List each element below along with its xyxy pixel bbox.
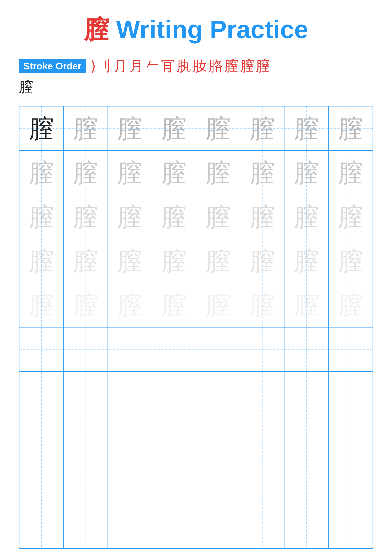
grid-cell[interactable] (108, 504, 152, 548)
grid-cell[interactable] (64, 504, 107, 548)
stroke-order-badge[interactable]: Stroke Order (19, 59, 86, 73)
grid-cell[interactable] (240, 460, 284, 504)
grid-cell: 膣 (328, 239, 373, 283)
grid-cell[interactable] (64, 372, 107, 416)
grid-cell[interactable] (196, 416, 240, 460)
grid-cell[interactable] (152, 460, 196, 504)
grid-cell[interactable] (328, 372, 373, 416)
grid-row-3: 膣 膣 膣 膣 膣 膣 膣 膣 (19, 195, 373, 239)
grid-cell[interactable] (240, 327, 284, 372)
grid-cell[interactable] (284, 504, 328, 548)
stroke-final: 膣 (19, 77, 373, 96)
grid-cell[interactable] (328, 504, 373, 548)
grid-row-7 (19, 372, 373, 416)
grid-cell[interactable] (152, 327, 196, 372)
grid-cell[interactable] (19, 460, 64, 504)
grid-cell: 膣 (64, 283, 107, 327)
grid-cell[interactable] (240, 372, 284, 416)
grid-cell: 膣 (19, 150, 64, 195)
grid-cell: 膣 (19, 283, 64, 327)
grid-cell[interactable] (152, 504, 196, 548)
grid-cell[interactable] (196, 372, 240, 416)
grid-cell: 膣 (64, 195, 107, 239)
grid-row-1: 膣 膣 膣 膣 膣 膣 膣 膣 (19, 106, 373, 150)
grid-cell: 膣 (108, 283, 152, 327)
grid-cell[interactable] (152, 372, 196, 416)
page: 膣 Writing Practice Stroke Order ⟩ 刂 ⺆ 月 … (0, 0, 392, 555)
grid-cell[interactable] (284, 327, 328, 372)
grid-cell[interactable] (64, 460, 107, 504)
title-char: 膣 (84, 15, 109, 44)
grid-cell[interactable] (64, 327, 107, 372)
grid-row-6 (19, 327, 373, 372)
grid-cell: 膣 (240, 239, 284, 283)
grid-cell: 膣 (284, 239, 328, 283)
grid-cell: 膣 (240, 106, 284, 150)
grid-cell[interactable] (284, 372, 328, 416)
grid-cell: 膣 (196, 195, 240, 239)
page-title: 膣 Writing Practice (19, 13, 373, 47)
grid-cell: 膣 (152, 106, 196, 150)
grid-cell: 膣 (328, 283, 373, 327)
writing-grid: 膣 膣 膣 膣 膣 膣 膣 膣 膣 膣 膣 膣 膣 膣 膣 膣 膣 膣 膣 膣 … (19, 106, 373, 549)
grid-cell: 膣 (284, 195, 328, 239)
grid-cell[interactable] (240, 416, 284, 460)
grid-cell[interactable] (196, 460, 240, 504)
grid-cell: 膣 (328, 106, 373, 150)
grid-cell: 膣 (328, 195, 373, 239)
grid-cell: 膣 (19, 195, 64, 239)
grid-cell: 膣 (196, 150, 240, 195)
grid-row-9 (19, 460, 373, 504)
grid-cell[interactable] (108, 327, 152, 372)
title-suffix: Writing Practice (109, 15, 308, 44)
grid-cell: 膣 (152, 150, 196, 195)
grid-cell[interactable] (108, 416, 152, 460)
grid-cell: 膣 (240, 150, 284, 195)
grid-cell[interactable] (196, 327, 240, 372)
grid-cell: 膣 (284, 283, 328, 327)
grid-cell[interactable] (108, 372, 152, 416)
grid-cell: 膣 (240, 283, 284, 327)
grid-cell[interactable] (328, 327, 373, 372)
grid-cell[interactable] (284, 460, 328, 504)
grid-cell[interactable] (284, 416, 328, 460)
stroke-order-section: Stroke Order ⟩ 刂 ⺆ 月 𠂉 肎 肒 肗 胳 膣 膣 膣 膣 (19, 56, 373, 96)
grid-row-10 (19, 504, 373, 548)
grid-cell: 膣 (19, 106, 64, 150)
grid-cell[interactable] (240, 504, 284, 548)
grid-row-5: 膣 膣 膣 膣 膣 膣 膣 膣 (19, 283, 373, 327)
grid-cell: 膣 (152, 239, 196, 283)
grid-cell[interactable] (152, 416, 196, 460)
grid-cell[interactable] (196, 504, 240, 548)
grid-cell: 膣 (284, 150, 328, 195)
grid-cell: 膣 (328, 150, 373, 195)
grid-cell: 膣 (196, 283, 240, 327)
grid-row-8 (19, 416, 373, 460)
grid-cell: 膣 (64, 150, 107, 195)
grid-cell[interactable] (19, 504, 64, 548)
grid-cell[interactable] (328, 460, 373, 504)
grid-cell: 膣 (108, 106, 152, 150)
stroke-chars: ⟩ 刂 ⺆ 月 𠂉 肎 肒 肗 胳 膣 膣 膣 (91, 56, 270, 76)
grid-cell: 膣 (108, 195, 152, 239)
grid-cell[interactable] (19, 327, 64, 372)
grid-cell[interactable] (328, 416, 373, 460)
grid-cell: 膣 (19, 239, 64, 283)
grid-cell: 膣 (108, 239, 152, 283)
grid-cell[interactable] (64, 416, 107, 460)
grid-cell[interactable] (19, 372, 64, 416)
grid-cell[interactable] (108, 460, 152, 504)
grid-cell: 膣 (108, 150, 152, 195)
grid-cell: 膣 (240, 195, 284, 239)
grid-cell: 膣 (152, 195, 196, 239)
grid-cell: 膣 (152, 283, 196, 327)
grid-cell: 膣 (284, 106, 328, 150)
grid-row-4: 膣 膣 膣 膣 膣 膣 膣 膣 (19, 239, 373, 283)
grid-row-2: 膣 膣 膣 膣 膣 膣 膣 膣 (19, 150, 373, 195)
grid-cell: 膣 (64, 239, 107, 283)
grid-cell[interactable] (19, 416, 64, 460)
grid-cell: 膣 (196, 106, 240, 150)
grid-cell: 膣 (196, 239, 240, 283)
grid-cell: 膣 (64, 106, 107, 150)
